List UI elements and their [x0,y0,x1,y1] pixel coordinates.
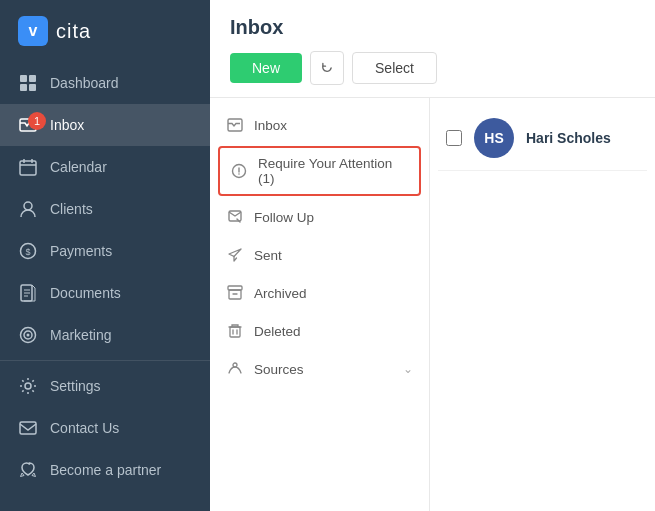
calendar-icon [18,157,38,177]
inbox-nav-follow-up-label: Follow Up [254,210,413,225]
attention-icon [230,162,248,180]
deleted-icon [226,322,244,340]
toolbar: New Select [230,51,635,97]
select-button[interactable]: Select [352,52,437,84]
sidebar-nav: Dashboard Inbox 1 Ca [0,62,210,511]
sidebar-label-dashboard: Dashboard [50,75,119,91]
message-item[interactable]: HS Hari Scholes [438,106,647,171]
avatar: HS [474,118,514,158]
sidebar-label-become-partner: Become a partner [50,462,161,478]
main-header: Inbox New Select [210,0,655,98]
refresh-button[interactable] [310,51,344,85]
inbox-nav-deleted[interactable]: Deleted [210,312,429,350]
inbox-nav-require-attention-label: Require Your Attention (1) [258,156,409,186]
contact-icon [18,418,38,438]
sidebar-item-become-partner[interactable]: Become a partner [0,449,210,491]
sidebar-item-payments[interactable]: $ Payments [0,230,210,272]
svg-rect-20 [20,422,36,434]
sidebar-bottom: Settings Contact Us [0,365,210,499]
sources-chevron-icon: ⌄ [403,362,413,376]
logo-letter: v [29,22,38,40]
sidebar-item-clients[interactable]: Clients [0,188,210,230]
main-content: Inbox New Select I [210,0,655,511]
inbox-nav-deleted-label: Deleted [254,324,413,339]
svg-point-18 [27,334,30,337]
sidebar-item-contact-us[interactable]: Contact Us [0,407,210,449]
sidebar-label-clients: Clients [50,201,93,217]
message-checkbox[interactable] [446,130,462,146]
svg-rect-1 [29,75,36,82]
sidebar-label-marketing: Marketing [50,327,111,343]
logo-text: cita [56,20,91,43]
dashboard-icon [18,73,38,93]
sidebar-item-documents[interactable]: Documents [0,272,210,314]
svg-rect-0 [20,75,27,82]
svg-point-32 [233,363,237,367]
partner-icon [18,460,38,480]
inbox-nav-follow-up[interactable]: Follow Up [210,198,429,236]
clients-icon [18,199,38,219]
sender-name: Hari Scholes [526,130,611,146]
sidebar: v cita Dashboard [0,0,210,511]
inbox-nav-sources[interactable]: Sources ⌄ [210,350,429,388]
sidebar-item-inbox[interactable]: Inbox 1 [0,104,210,146]
sidebar-label-inbox: Inbox [50,117,84,133]
inbox-nav-archived[interactable]: Archived [210,274,429,312]
sidebar-item-calendar[interactable]: Calendar [0,146,210,188]
content-area: Inbox Require Your Attention (1) [210,98,655,511]
archived-icon [226,284,244,302]
settings-icon [18,376,38,396]
sidebar-item-settings[interactable]: Settings [0,365,210,407]
followup-icon [226,208,244,226]
inbox-nav-inbox-label: Inbox [254,118,413,133]
payments-icon: $ [18,241,38,261]
sources-icon [226,360,244,378]
new-button[interactable]: New [230,53,302,83]
sidebar-item-dashboard[interactable]: Dashboard [0,62,210,104]
logo: v cita [0,0,210,62]
svg-rect-29 [230,327,240,337]
svg-point-19 [25,383,31,389]
svg-rect-2 [20,84,27,91]
svg-rect-5 [20,161,36,175]
page-title: Inbox [230,16,635,39]
marketing-icon [18,325,38,345]
documents-icon [18,283,38,303]
svg-point-9 [24,202,32,210]
logo-icon: v [18,16,48,46]
sent-icon [226,246,244,264]
inbox-nav-panel: Inbox Require Your Attention (1) [210,98,430,511]
sidebar-item-marketing[interactable]: Marketing [0,314,210,356]
svg-rect-3 [29,84,36,91]
svg-text:$: $ [25,247,30,257]
refresh-icon [321,60,333,76]
svg-point-24 [238,173,240,175]
inbox-nav-require-attention[interactable]: Require Your Attention (1) [218,146,421,196]
inbox-folder-icon [226,116,244,134]
sidebar-label-payments: Payments [50,243,112,259]
inbox-nav-inbox[interactable]: Inbox [210,106,429,144]
inbox-badge: 1 [28,112,46,130]
sidebar-label-contact-us: Contact Us [50,420,119,436]
inbox-nav-sent-label: Sent [254,248,413,263]
sidebar-label-settings: Settings [50,378,101,394]
message-list: HS Hari Scholes [430,98,655,511]
inbox-nav-sources-label: Sources [254,362,393,377]
sidebar-label-documents: Documents [50,285,121,301]
inbox-nav-archived-label: Archived [254,286,413,301]
sidebar-label-calendar: Calendar [50,159,107,175]
inbox-nav-sent[interactable]: Sent [210,236,429,274]
sidebar-divider [0,360,210,361]
